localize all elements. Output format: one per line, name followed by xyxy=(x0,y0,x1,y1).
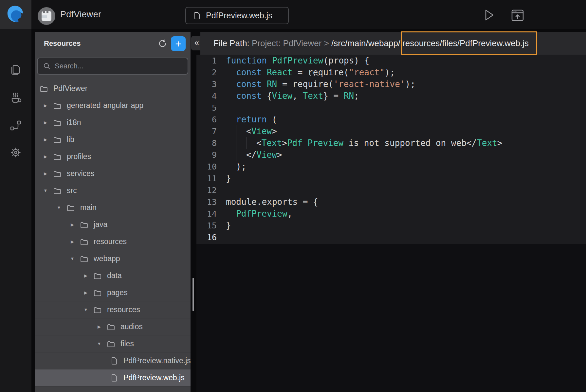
tree-item-generated-angular-app[interactable]: ▶generated-angular-app xyxy=(35,97,191,114)
tree-item-files[interactable]: ▼files xyxy=(35,335,191,352)
tree-item-audios[interactable]: ▶audios xyxy=(35,318,191,335)
refresh-icon[interactable] xyxy=(158,39,168,48)
file-icon xyxy=(110,357,118,365)
tab-pdfpreview-web-js[interactable]: PdfPreview.web.js xyxy=(185,7,289,24)
code-line: 2const React = require("react"); xyxy=(196,66,586,78)
tree-item-webapp[interactable]: ▼webapp xyxy=(35,250,191,267)
chevron-right-icon[interactable]: ▶ xyxy=(43,103,48,108)
editor-empty-area xyxy=(196,244,586,392)
code-line: 12 xyxy=(196,184,586,196)
panel-title: Resources xyxy=(44,32,81,55)
tree-item-pages[interactable]: ▶pages xyxy=(35,284,191,301)
tree-item-label: audios xyxy=(120,322,143,331)
code-text: const React = require("react"); xyxy=(236,67,395,77)
chevron-down-icon[interactable]: ▼ xyxy=(96,341,102,346)
tree-item-pdfpreview-web-js[interactable]: PdfPreview.web.js xyxy=(35,369,191,386)
file-icon xyxy=(110,374,118,382)
tree-item-partial[interactable] xyxy=(35,386,191,392)
search-icon xyxy=(43,62,51,70)
tree-item-resources[interactable]: ▼resources xyxy=(35,301,191,318)
app-badge-icon xyxy=(37,7,56,25)
tree-item-data[interactable]: ▶data xyxy=(35,267,191,284)
tree-item-main[interactable]: ▼main xyxy=(35,199,191,216)
line-number: 12 xyxy=(196,186,217,195)
code-text: module.exports = { xyxy=(226,197,318,207)
tree-item-src[interactable]: ▼src xyxy=(35,182,191,199)
line-number: 7 xyxy=(196,127,217,136)
chevron-right-icon[interactable]: ▶ xyxy=(69,222,75,227)
tree-item-resources[interactable]: ▶resources xyxy=(35,233,191,250)
chevron-right-icon[interactable]: ▶ xyxy=(69,239,75,244)
code-line: 14PdfPreview, xyxy=(196,208,586,220)
tree-item-label: PdfViewer xyxy=(53,84,87,93)
line-number: 8 xyxy=(196,138,217,148)
tree-item-lib[interactable]: ▶lib xyxy=(35,131,191,148)
tree-item-label: java xyxy=(94,220,107,229)
wave-logo-icon xyxy=(6,4,26,25)
line-number: 13 xyxy=(196,197,217,207)
chevron-down-icon[interactable]: ▼ xyxy=(56,205,62,210)
code-line: 7<View> xyxy=(196,125,586,137)
line-number: 1 xyxy=(196,56,217,65)
folder-icon xyxy=(80,255,88,263)
app-logo[interactable] xyxy=(0,0,31,29)
chevron-right-icon[interactable]: ▶ xyxy=(83,273,89,278)
code-line: 1function PdfPreview(props) { xyxy=(196,55,586,66)
chevron-right-icon[interactable]: ▶ xyxy=(96,324,102,329)
chevron-right-icon[interactable]: ▶ xyxy=(43,120,48,125)
pages-icon[interactable] xyxy=(9,63,22,76)
code-text: function PdfPreview(props) { xyxy=(226,56,369,65)
code-line: 15} xyxy=(196,220,586,231)
tree-item-label: files xyxy=(120,339,134,348)
chevron-right-icon[interactable]: ▶ xyxy=(43,154,48,159)
line-number: 15 xyxy=(196,221,217,230)
tree-item-pdfviewer[interactable]: PdfViewer xyxy=(35,80,191,97)
code-text: const {View, Text} = RN; xyxy=(236,91,359,101)
code-editor[interactable]: 1function PdfPreview(props) {2const Reac… xyxy=(196,55,586,244)
top-header: PdfViewer PdfPreview.web.js xyxy=(0,0,586,29)
line-number: 11 xyxy=(196,174,217,183)
tab-label: PdfPreview.web.js xyxy=(206,11,272,20)
tree-item-services[interactable]: ▶services xyxy=(35,165,191,182)
chevron-right-icon[interactable]: ▶ xyxy=(43,137,48,142)
code-text: const RN = require('react-native'); xyxy=(236,79,415,89)
code-text: ); xyxy=(236,162,246,171)
tree-item-label: pages xyxy=(107,288,128,297)
tree-item-label: profiles xyxy=(67,152,91,161)
chevron-down-icon[interactable]: ▼ xyxy=(83,307,89,312)
open-in-window-icon[interactable] xyxy=(510,8,525,23)
file-icon xyxy=(192,11,201,20)
file-path-highlighted: resources/files/PdfPreview.web.js xyxy=(402,38,529,48)
line-number: 16 xyxy=(196,233,217,242)
line-number: 10 xyxy=(196,162,217,171)
folder-icon xyxy=(93,306,102,314)
code-line: 9</View> xyxy=(196,149,586,161)
search-box xyxy=(37,58,188,75)
chevron-right-icon[interactable]: ▶ xyxy=(83,290,89,295)
tree-item-profiles[interactable]: ▶profiles xyxy=(35,148,191,165)
settings-gear-icon[interactable] xyxy=(9,146,22,159)
tree-item-label: generated-angular-app xyxy=(67,101,143,110)
flow-connector-icon[interactable] xyxy=(9,119,22,132)
chevron-right-icon[interactable]: ▶ xyxy=(43,171,48,176)
folder-icon xyxy=(53,135,62,144)
panel-scrollbar[interactable] xyxy=(192,278,194,311)
resources-panel: Resources + PdfViewer▶generated-angular-… xyxy=(35,32,191,392)
tree-item-label: services xyxy=(67,169,94,178)
line-number: 6 xyxy=(196,115,217,124)
chevron-down-icon[interactable]: ▼ xyxy=(43,188,48,193)
run-icon[interactable] xyxy=(482,8,496,22)
tree-item-pdfpreview-native-js[interactable]: PdfPreview.native.js xyxy=(35,352,191,369)
tree-item-i18n[interactable]: ▶i18n xyxy=(35,114,191,131)
file-path-project: Project: PdfViewer > xyxy=(252,38,331,48)
code-text: </View> xyxy=(246,150,282,160)
tree-item-java[interactable]: ▶java xyxy=(35,216,191,233)
chevron-down-icon[interactable]: ▼ xyxy=(69,256,75,261)
tree-item-label: resources xyxy=(94,237,127,246)
search-input[interactable] xyxy=(55,62,179,70)
coffee-icon[interactable] xyxy=(9,91,22,104)
folder-icon xyxy=(53,118,62,127)
tree-item-label: webapp xyxy=(94,254,120,263)
add-resource-button[interactable]: + xyxy=(171,36,186,51)
line-number: 14 xyxy=(196,209,217,219)
